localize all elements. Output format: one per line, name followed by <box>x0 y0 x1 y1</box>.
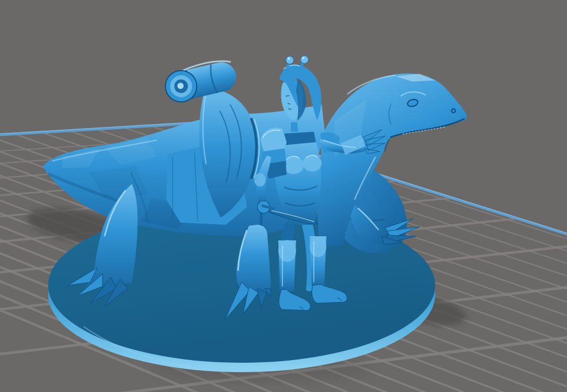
right-knee-guard <box>310 236 326 257</box>
antenna-ball-left <box>286 56 294 64</box>
elbow-guard <box>254 173 266 187</box>
left-knee-guard <box>278 240 296 262</box>
antenna-ball-shine <box>288 57 290 60</box>
viewport-3d[interactable] <box>0 0 567 392</box>
antenna-ball-shine <box>302 57 304 59</box>
breastplate-right <box>303 155 322 171</box>
neck <box>291 122 298 132</box>
viewport-canvas[interactable] <box>0 0 567 392</box>
antenna-ball-right <box>301 56 309 64</box>
